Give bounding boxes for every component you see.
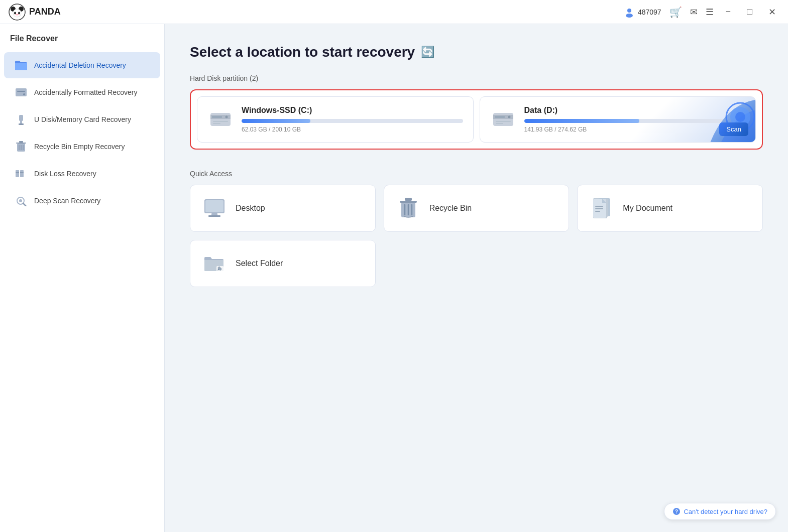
svg-rect-23 (16, 172, 19, 173)
sidebar-label-udisk: U Disk/Memory Card Recovery (34, 115, 131, 123)
sidebar-item-accidental-deletion[interactable]: Accidental Deletion Recovery (4, 52, 160, 78)
c-drive-info: Windows-SSD (C:) 62.03 GB / 200.10 GB (242, 106, 463, 133)
sidebar-item-udisk[interactable]: U Disk/Memory Card Recovery (4, 106, 160, 132)
disk-card-d[interactable]: Data (D:) 141.93 GB / 274.62 GB Scan (480, 96, 756, 143)
my-document-label: My Document (623, 204, 672, 213)
select-folder-label: Select Folder (236, 259, 283, 268)
svg-rect-13 (20, 121, 22, 123)
disk-section-label: Hard Disk partition (2) (190, 74, 763, 82)
d-drive-bar-fill (524, 119, 639, 123)
svg-point-8 (626, 14, 633, 18)
disk-section: Hard Disk partition (2) (190, 74, 763, 150)
sidebar-title: File Recover (0, 34, 164, 51)
sidebar-label-accidental-deletion: Accidental Deletion Recovery (34, 61, 126, 69)
disk-card-c[interactable]: Windows-SSD (C:) 62.03 GB / 200.10 GB (197, 96, 474, 143)
svg-rect-44 (205, 200, 223, 212)
scan-button[interactable]: Scan (719, 122, 748, 136)
svg-point-36 (735, 112, 745, 122)
panda-icon (8, 3, 26, 21)
logo-text: PANDA (29, 7, 61, 17)
c-drive-bar-bg (242, 119, 463, 123)
svg-rect-39 (495, 116, 505, 118)
user-id: 487097 (638, 8, 661, 16)
minimize-button[interactable]: − (722, 5, 735, 19)
folder-blue-icon (14, 58, 28, 72)
recycle-bin-label: Recycle Bin (429, 204, 472, 213)
quick-card-recycle-bin[interactable]: Recycle Bin (384, 185, 570, 232)
quick-card-my-document[interactable]: My Document (577, 185, 763, 232)
recycle-bin-icon (396, 196, 420, 220)
quick-access-label: Quick Access (190, 170, 763, 178)
svg-rect-63 (595, 211, 600, 212)
page-title-area: Select a location to start recovery 🔄 (190, 44, 763, 60)
c-drive-size: 62.03 GB / 200.10 GB (242, 126, 463, 133)
maximize-button[interactable]: □ (743, 5, 756, 19)
select-folder-icon (202, 251, 227, 276)
svg-rect-24 (20, 172, 24, 173)
svg-rect-10 (17, 91, 25, 92)
svg-rect-46 (208, 215, 220, 217)
refresh-icon[interactable]: 🔄 (421, 46, 434, 59)
quick-card-desktop[interactable]: Desktop (190, 185, 376, 232)
mail-icon[interactable]: ✉ (690, 7, 698, 18)
svg-rect-32 (213, 121, 228, 122)
disk-cards-container: Windows-SSD (C:) 62.03 GB / 200.10 GB (190, 89, 763, 150)
svg-point-5 (18, 12, 20, 14)
sidebar-item-recycle-empty[interactable]: Recycle Bin Empty Recovery (4, 134, 160, 160)
hdd-format-icon (14, 85, 28, 99)
svg-rect-33 (213, 123, 220, 124)
svg-rect-42 (496, 123, 503, 124)
sidebar: File Recover Accidental Deletion Recover… (0, 24, 165, 532)
titlebar: PANDA 487097 🛒 ✉ ☰ − □ ✕ (0, 0, 788, 24)
user-info: 487097 (624, 7, 661, 18)
deep-scan-icon (14, 194, 28, 208)
help-circle-icon: ? (672, 507, 681, 515)
c-drive-name: Windows-SSD (C:) (242, 106, 463, 115)
svg-rect-14 (19, 123, 24, 125)
svg-point-27 (19, 199, 22, 202)
svg-rect-49 (405, 198, 412, 201)
app-body: File Recover Accidental Deletion Recover… (0, 24, 788, 532)
svg-rect-62 (595, 208, 603, 209)
sidebar-label-disk-loss: Disk Loss Recovery (34, 170, 96, 178)
c-drive-bar-fill (242, 119, 310, 123)
help-link-text: Can't detect your hard drive? (684, 508, 767, 515)
svg-rect-48 (400, 201, 417, 203)
svg-rect-21 (16, 170, 19, 177)
page-title-text: Select a location to start recovery (190, 44, 415, 60)
desktop-icon (202, 196, 227, 220)
app-logo: PANDA (8, 3, 61, 21)
svg-point-11 (23, 93, 25, 95)
svg-point-4 (14, 12, 16, 14)
quick-access-grid: Desktop (190, 185, 763, 287)
disk-loss-icon (14, 167, 28, 181)
sidebar-item-formatted[interactable]: Accidentally Formatted Recovery (4, 79, 160, 105)
titlebar-left: PANDA (8, 3, 61, 21)
svg-rect-12 (19, 115, 23, 121)
c-drive-icon (207, 106, 234, 132)
svg-point-40 (508, 116, 510, 118)
svg-line-26 (23, 203, 26, 206)
svg-rect-45 (211, 213, 217, 215)
svg-rect-41 (496, 121, 511, 122)
quick-card-select-folder[interactable]: Select Folder (190, 240, 376, 287)
sidebar-label-recycle-empty: Recycle Bin Empty Recovery (34, 143, 125, 151)
help-link[interactable]: ? Can't detect your hard drive? (664, 503, 776, 520)
svg-rect-17 (19, 141, 23, 143)
cart-icon[interactable]: 🛒 (669, 6, 682, 18)
svg-rect-16 (16, 143, 26, 144)
d-drive-icon (490, 106, 516, 132)
close-button[interactable]: ✕ (764, 5, 780, 20)
user-icon (624, 7, 635, 18)
main-content: Select a location to start recovery 🔄 Ha… (165, 24, 788, 532)
sidebar-item-disk-loss[interactable]: Disk Loss Recovery (4, 161, 160, 187)
quick-access-section: Quick Access Desktop (190, 170, 763, 287)
svg-text:?: ? (675, 509, 678, 514)
svg-rect-22 (20, 170, 24, 177)
sidebar-label-formatted: Accidentally Formatted Recovery (34, 88, 137, 96)
titlebar-right: 487097 🛒 ✉ ☰ − □ ✕ (624, 5, 780, 20)
menu-icon[interactable]: ☰ (706, 7, 714, 18)
sidebar-item-deep-scan[interactable]: Deep Scan Recovery (4, 188, 160, 214)
svg-point-7 (627, 9, 631, 13)
svg-point-31 (226, 116, 228, 118)
